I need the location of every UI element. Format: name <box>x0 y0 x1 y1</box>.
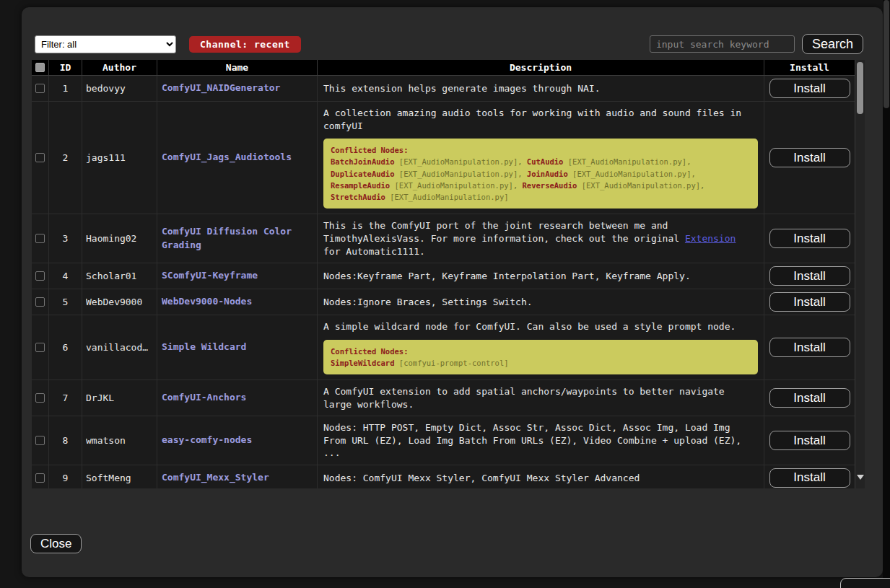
row-description-cell: This extension helps generate images thr… <box>318 76 764 101</box>
table-row: 8wmatsoneasy-comfy-nodesNodes: HTTP POST… <box>32 416 855 465</box>
row-id: 6 <box>49 315 82 379</box>
row-checkbox-cell <box>32 102 49 214</box>
row-checkbox-cell <box>32 214 49 263</box>
author-text: Scholar01 <box>86 271 136 281</box>
row-description-cell: A ComfyUI extension to add spatial ancho… <box>318 380 764 416</box>
search-input[interactable] <box>650 35 795 53</box>
table-row: 4Scholar01SComfyUI-KeyframeNodes:Keyfram… <box>32 263 855 289</box>
table-scrollbar-thumb[interactable] <box>857 62 863 114</box>
install-button[interactable]: Install <box>769 148 850 167</box>
filter-select[interactable]: Filter: all <box>35 35 176 53</box>
header-id: ID <box>49 60 82 75</box>
row-author: wmatson <box>82 416 157 465</box>
row-description-cell: Nodes:Ignore Braces, Settings Switch. <box>318 289 764 315</box>
conflict-source: [EXT_AudioManipulation.py] <box>390 193 508 201</box>
extension-name-link[interactable]: ComfyUI Diffusion Color Grading <box>162 225 313 253</box>
description-link[interactable]: Extension <box>685 233 736 244</box>
install-button[interactable]: Install <box>769 338 850 357</box>
author-text: WebDev9000 <box>86 297 142 307</box>
row-checkbox-cell <box>32 380 49 416</box>
description-text: Nodes: HTTP POST, Empty Dict, Assoc Str,… <box>323 421 758 460</box>
table-scrollbar[interactable] <box>855 60 865 488</box>
extension-name-link[interactable]: ComfyUI_NAIDGenerator <box>162 82 280 95</box>
row-name-cell: SComfyUI-Keyframe <box>157 263 318 289</box>
header-name: Name <box>157 60 318 75</box>
row-name-cell: ComfyUI_Mexx_Styler <box>157 465 318 488</box>
row-id: 8 <box>49 416 82 465</box>
author-text: Haoming02 <box>86 233 136 244</box>
row-author: vanillacode314 <box>82 315 157 379</box>
description-text: This is the ComfyUI port of the joint re… <box>323 219 758 258</box>
row-name-cell: ComfyUI_NAIDGenerator <box>157 76 318 101</box>
select-all-checkbox[interactable] <box>35 63 45 72</box>
conflict-node-name: StretchAudio <box>331 193 385 201</box>
header-install: Install <box>764 60 855 75</box>
conflict-node-name: SimpleWildcard <box>331 359 395 367</box>
extension-name-link[interactable]: ComfyUI_Mexx_Styler <box>162 471 269 485</box>
row-name-cell: WebDev9000-Nodes <box>157 289 318 315</box>
close-button[interactable]: Close <box>30 534 82 553</box>
conflict-items: BatchJoinAudio [EXT_AudioManipulation.py… <box>331 156 751 203</box>
install-cell: Install <box>764 102 855 214</box>
custom-nodes-dialog: Filter: all Channel: recent Search ID Au… <box>22 7 883 577</box>
extension-name-link[interactable]: ComfyUI_Jags_Audiotools <box>162 151 292 164</box>
row-checkbox-cell <box>32 289 49 315</box>
row-id: 2 <box>49 102 82 214</box>
row-author: Haoming02 <box>82 214 157 263</box>
conflict-source: [EXT_AudioManipulation.py], <box>582 181 705 190</box>
description-text: This extension helps generate images thr… <box>323 82 601 95</box>
page-scrollbar[interactable] <box>883 0 890 588</box>
extension-name-link[interactable]: Simple Wildcard <box>162 341 246 354</box>
extension-name-link[interactable]: SComfyUI-Keyframe <box>162 269 258 283</box>
header-author: Author <box>82 60 157 75</box>
row-id: 7 <box>49 380 82 416</box>
scroll-down-arrow-icon <box>857 475 864 480</box>
extension-name-link[interactable]: WebDev9000-Nodes <box>162 295 252 309</box>
header-checkbox-cell <box>32 60 49 75</box>
install-cell: Install <box>764 315 855 379</box>
install-button[interactable]: Install <box>769 229 850 248</box>
row-checkbox-cell <box>32 465 49 488</box>
clipped-corner-button[interactable] <box>840 578 890 588</box>
install-button[interactable]: Install <box>769 79 850 98</box>
conflict-warning-box: Conflicted Nodes:BatchJoinAudio [EXT_Aud… <box>323 139 758 209</box>
conflict-node-name: CutAudio <box>527 157 564 166</box>
row-checkbox-cell <box>32 315 49 379</box>
search-button[interactable]: Search <box>802 34 863 54</box>
install-button[interactable]: Install <box>769 266 850 286</box>
row-checkbox[interactable] <box>35 297 45 307</box>
row-checkbox[interactable] <box>35 473 45 483</box>
row-checkbox[interactable] <box>35 234 45 243</box>
install-button[interactable]: Install <box>769 388 850 408</box>
row-author: Scholar01 <box>82 263 157 289</box>
row-name-cell: Simple Wildcard <box>157 315 318 379</box>
install-button[interactable]: Install <box>769 292 850 312</box>
extension-name-link[interactable]: easy-comfy-nodes <box>162 434 252 447</box>
extension-name-link[interactable]: ComfyUI-Anchors <box>162 391 246 405</box>
install-button[interactable]: Install <box>769 468 850 488</box>
description-text: A simple wildcard node for ComfyUI. Can … <box>323 320 736 333</box>
author-text: bedovyy <box>86 83 126 94</box>
table-header: ID Author Name Description Install <box>32 60 855 76</box>
row-author: bedovyy <box>82 76 157 101</box>
author-text: wmatson <box>86 435 126 446</box>
row-author: WebDev9000 <box>82 289 157 315</box>
row-description-cell: Nodes:Keyframe Part, Keyframe Interpolat… <box>318 263 764 289</box>
row-checkbox[interactable] <box>35 153 45 162</box>
row-checkbox[interactable] <box>35 436 45 445</box>
row-checkbox-cell <box>32 416 49 465</box>
row-checkbox[interactable] <box>35 393 45 403</box>
install-cell: Install <box>764 76 855 101</box>
description-text: A collection amazing audio tools for wor… <box>323 107 758 132</box>
table-row: 1bedovyyComfyUI_NAIDGeneratorThis extens… <box>32 76 855 102</box>
page-scrollbar-thumb[interactable] <box>884 0 889 108</box>
row-checkbox[interactable] <box>35 84 45 93</box>
description-text: Nodes:Keyframe Part, Keyframe Interpolat… <box>323 270 691 283</box>
row-checkbox[interactable] <box>35 271 45 281</box>
row-checkbox[interactable] <box>35 343 45 352</box>
row-author: jags111 <box>82 102 157 214</box>
install-button[interactable]: Install <box>769 431 850 450</box>
install-cell: Install <box>764 214 855 263</box>
conflict-node-name: JoinAudio <box>527 170 568 178</box>
row-id: 1 <box>49 76 82 101</box>
